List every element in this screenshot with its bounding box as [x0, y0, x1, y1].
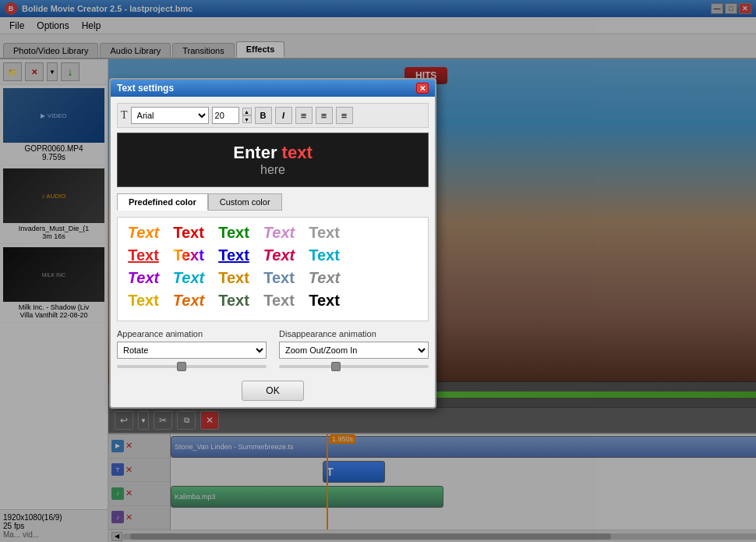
- swatch-row-2: Text Text Text Text Text: [124, 246, 422, 264]
- track-delete-audio2[interactable]: ✕: [125, 512, 132, 523]
- ok-button[interactable]: OK: [242, 381, 303, 401]
- delete-clip-button[interactable]: ✕: [200, 411, 219, 430]
- tab-transitions[interactable]: Transitions: [172, 43, 234, 58]
- bold-button[interactable]: B: [255, 107, 272, 124]
- swatch[interactable]: Text: [169, 269, 208, 287]
- align-right-button[interactable]: ≡: [336, 107, 353, 124]
- menu-help[interactable]: Help: [76, 19, 108, 33]
- swatch[interactable]: Text: [305, 292, 344, 310]
- tab-audio[interactable]: Audio Library: [100, 43, 171, 58]
- swatch[interactable]: Text: [124, 292, 163, 310]
- appearance-animation-select[interactable]: Rotate None Fade In Slide Left Zoom In: [117, 342, 267, 359]
- undo-dropdown[interactable]: ▼: [138, 411, 149, 430]
- timeline-bottom-scrollbar[interactable]: ◀ ▶: [108, 530, 756, 542]
- swatch[interactable]: Text: [260, 269, 299, 287]
- dialog-title-bar: Text settings ✕: [111, 80, 435, 97]
- swatch[interactable]: Text: [214, 224, 253, 242]
- font-size-down[interactable]: ▼: [242, 115, 252, 123]
- tab-custom-color[interactable]: Custom color: [208, 193, 282, 211]
- track-delete-video[interactable]: ✕: [125, 441, 132, 451]
- item-label: GOPR0060.MP4 9.759s: [24, 144, 83, 161]
- swatch[interactable]: Text: [260, 246, 299, 264]
- timeline-content[interactable]: Stone_Van Linden - Summerbreeze.ts 1.950…: [171, 434, 756, 530]
- library-items: ▶ VIDEO GOPR0060.MP4 9.759s ♪ AUDIO Inva…: [0, 85, 108, 509]
- appearance-animation-col: Appearance animation Rotate None Fade In…: [117, 329, 267, 374]
- swatch[interactable]: Text: [305, 246, 344, 264]
- swatch[interactable]: Text: [169, 224, 208, 242]
- scroll-left[interactable]: ◀: [111, 532, 122, 541]
- font-size-spinner: ▲ ▼: [242, 108, 252, 123]
- appearance-slider[interactable]: [117, 365, 267, 368]
- swatch[interactable]: Text: [169, 292, 208, 310]
- swatch[interactable]: Text: [124, 269, 163, 287]
- import-button[interactable]: ↓: [61, 62, 79, 81]
- swatch[interactable]: Text: [124, 246, 163, 264]
- swatch-row-3: Text Text Text Text Text: [124, 269, 422, 287]
- track-label-text: T ✕: [108, 459, 170, 483]
- swatch[interactable]: Text: [305, 224, 344, 242]
- dropdown-button[interactable]: ▼: [47, 62, 58, 81]
- swatch[interactable]: Text: [214, 246, 253, 264]
- library-toolbar: 📁 ✕ ▼ ↓: [0, 59, 108, 85]
- tab-predefined-color[interactable]: Predefined color: [117, 193, 208, 211]
- maximize-button[interactable]: □: [725, 3, 737, 14]
- track-icon-video: ▶: [111, 440, 124, 452]
- undo-button[interactable]: ↩: [115, 411, 133, 430]
- swatch[interactable]: Text: [260, 292, 299, 310]
- align-center-button[interactable]: ≡: [316, 107, 333, 124]
- copy-button[interactable]: ⧉: [177, 411, 196, 430]
- dialog-close-button[interactable]: ✕: [416, 83, 429, 94]
- tab-effects[interactable]: Effects: [236, 41, 285, 58]
- preview-line2: here: [260, 163, 285, 177]
- swatch[interactable]: Text: [305, 269, 344, 287]
- disappearance-animation-select[interactable]: Zoom Out/Zoom In None Fade Out Slide Rig…: [279, 342, 429, 359]
- swatch[interactable]: Text: [124, 224, 163, 242]
- action-toolbar: ↩ ▼ ✂ ⧉ ✕ − +: [108, 407, 756, 433]
- close-button[interactable]: ✕: [739, 3, 751, 14]
- track-delete-audio[interactable]: ✕: [125, 488, 132, 498]
- thumbnail: ▶ VIDEO: [3, 88, 104, 143]
- disappearance-slider[interactable]: [279, 365, 429, 368]
- minimize-button[interactable]: —: [711, 3, 723, 14]
- library-info: 1920x1080(16/9) 25 fps Ma... vid...: [0, 509, 108, 542]
- appearance-slider-thumb[interactable]: [177, 362, 186, 371]
- font-size-up[interactable]: ▲: [242, 108, 252, 115]
- h-scroll-track[interactable]: [122, 533, 756, 540]
- swatch[interactable]: Text: [169, 246, 208, 264]
- menu-options[interactable]: Options: [30, 19, 75, 33]
- text-clip[interactable]: T: [323, 461, 385, 483]
- title-bar: B Bolide Movie Creator 2.5 - lastproject…: [0, 0, 756, 17]
- menu-bar: File Options Help: [0, 17, 756, 34]
- font-size-input[interactable]: [212, 107, 239, 124]
- align-left-button[interactable]: ≡: [295, 107, 313, 124]
- folder-button[interactable]: 📁: [3, 62, 22, 81]
- item-label: Milk Inc. - Shadow (LivVilla Vanthilt 22…: [19, 303, 90, 319]
- video-clip[interactable]: Stone_Van Linden - Summerbreeze.ts: [171, 436, 756, 458]
- disappearance-label: Disappearance animation: [279, 329, 429, 338]
- track-label-audio: ♪ ✕: [108, 482, 170, 506]
- delete-button[interactable]: ✕: [25, 62, 44, 81]
- track-labels: ▶ ✕ T ✕ ♪ ✕ ♪ ✕: [108, 434, 171, 530]
- disappearance-slider-thumb[interactable]: [331, 362, 341, 371]
- list-item[interactable]: ▶ VIDEO GOPR0060.MP4 9.759s: [0, 85, 108, 165]
- appearance-label: Appearance animation: [117, 329, 267, 338]
- audio-clip[interactable]: Kalimba.mp3: [171, 486, 443, 508]
- menu-file[interactable]: File: [3, 19, 30, 33]
- list-item[interactable]: ♪ AUDIO Invaders_Must_Die_(13m 16s: [0, 165, 108, 244]
- font-face-select[interactable]: Arial Times New Roman Verdana: [131, 107, 209, 124]
- app-title: Bolide Movie Creator 2.5 - lastproject.b…: [22, 4, 193, 13]
- h-scroll-thumb[interactable]: [130, 533, 611, 540]
- font-toolbar: T Arial Times New Roman Verdana ▲ ▼ B I …: [117, 103, 429, 128]
- import-icon: ↓: [68, 66, 73, 78]
- cut-button[interactable]: ✂: [154, 411, 172, 430]
- track-delete-text[interactable]: ✕: [125, 465, 132, 475]
- font-icon: T: [121, 109, 128, 122]
- tab-photo-video[interactable]: Photo/Video Library: [3, 43, 98, 58]
- undo-icon: ↩: [120, 415, 128, 426]
- italic-button[interactable]: I: [275, 107, 292, 124]
- list-item[interactable]: MILK INC Milk Inc. - Shadow (LivVilla Va…: [0, 244, 108, 323]
- swatch[interactable]: Text: [214, 269, 253, 287]
- swatch[interactable]: Text: [214, 292, 253, 310]
- swatch[interactable]: Text: [260, 224, 299, 242]
- time-marker: 1.950s: [327, 434, 328, 530]
